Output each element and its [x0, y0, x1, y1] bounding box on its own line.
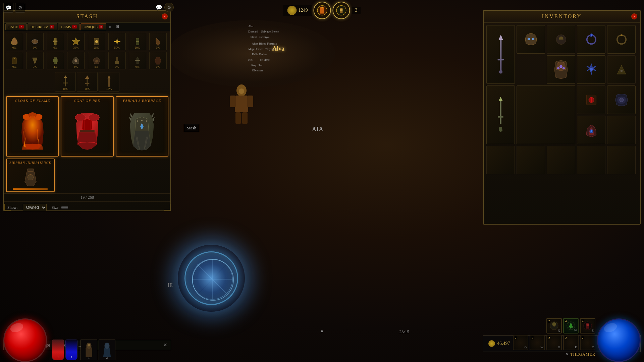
- inv-slot-r2-5[interactable]: [607, 55, 636, 84]
- svg-rect-9: [235, 112, 241, 124]
- cloak-of-flame-name: Cloak of Flame: [15, 99, 50, 103]
- cloak-of-flame-card[interactable]: Cloak of Flame: [6, 96, 59, 157]
- svg-line-3: [197, 264, 227, 294]
- weapon-slot-3[interactable]: 16%: [99, 72, 119, 92]
- inv-slot-amulet[interactable]: [577, 55, 605, 84]
- separator-1: [7, 93, 168, 94]
- size-bar[interactable]: [61, 206, 68, 208]
- char-portrait-2[interactable]: 2: [99, 340, 115, 360]
- inv-slot-r4-4[interactable]: [577, 116, 605, 144]
- coat-of-red-card[interactable]: Coat of Red: [61, 96, 113, 157]
- thegamer-logo: ✕ THEGAMER: [566, 352, 595, 357]
- sierran-inheritance-name: Sierran Inheritance: [9, 161, 51, 165]
- stash-slot-r1-2[interactable]: 0%: [26, 33, 44, 50]
- stash-slot-r1-4[interactable]: 33%: [67, 33, 85, 50]
- tab-nav-settings[interactable]: ⊞: [114, 23, 121, 30]
- svg-point-85: [620, 98, 624, 102]
- svg-rect-81: [498, 116, 503, 117]
- stash-slot-r1-6[interactable]: 50%: [108, 33, 126, 50]
- message-icon[interactable]: 💬: [154, 3, 164, 12]
- highlight-clear-button[interactable]: ✕: [163, 342, 167, 348]
- svg-marker-63: [499, 35, 503, 40]
- inv-slot-r5-4[interactable]: [577, 146, 605, 174]
- stash-slot-r1-7[interactable]: 20%: [129, 33, 146, 50]
- tab-unique[interactable]: UNIQUE×: [80, 23, 106, 30]
- stash-slot-r1-5[interactable]: 25%: [88, 33, 105, 50]
- svg-point-57: [146, 120, 147, 122]
- skill-slot-r2-4[interactable]: R 2: [563, 335, 579, 350]
- inv-slot-r3-5[interactable]: [607, 85, 636, 114]
- inventory-panel: Inventory ×: [483, 10, 641, 225]
- svg-marker-39: [64, 76, 67, 78]
- svg-rect-62: [500, 36, 501, 70]
- stash-slot-r2-7[interactable]: 0%: [129, 52, 146, 69]
- inventory-grid: [484, 22, 640, 177]
- skill-slot-q[interactable]: Q 2: [546, 318, 562, 334]
- stash-close-button[interactable]: ×: [162, 13, 168, 19]
- flask-2[interactable]: 2: [65, 340, 77, 360]
- skill-slot-r2-5[interactable]: T 2: [580, 335, 595, 350]
- tab-nav-arrow[interactable]: »: [107, 23, 113, 30]
- inv-slot-r5-2[interactable]: [517, 146, 545, 174]
- stash-slot-r2-6[interactable]: 0%: [108, 52, 126, 69]
- stash-slot-r2-5[interactable]: 5%: [88, 52, 105, 69]
- weapon-slot-2[interactable]: 16%: [77, 72, 98, 92]
- inventory-close-button[interactable]: ×: [631, 13, 637, 19]
- mana-orb-gloss: [603, 321, 618, 334]
- hud-currency: 1249: [283, 5, 312, 16]
- stash-slot-r2-3[interactable]: 4%: [47, 52, 64, 69]
- skill-slot-r2-3[interactable]: E 2: [546, 335, 562, 350]
- inv-slot-armor[interactable]: [547, 55, 575, 84]
- inv-weapon-offhand[interactable]: [486, 85, 515, 144]
- svg-rect-29: [53, 59, 58, 62]
- skill-slot-r2-1[interactable]: Q 2: [513, 335, 528, 350]
- chat-icon[interactable]: 💬: [3, 3, 13, 13]
- weapon-slot-1[interactable]: 40%: [55, 72, 76, 92]
- size-label: Size:: [52, 205, 60, 210]
- settings-icon-left[interactable]: ⚙: [15, 3, 25, 13]
- inv-slot-r5-1[interactable]: [486, 146, 515, 174]
- tab-ence[interactable]: ENCE×: [5, 23, 27, 30]
- svg-rect-33: [116, 57, 118, 61]
- inv-slot-r5-5[interactable]: [607, 146, 636, 174]
- ornament-br: [164, 204, 170, 210]
- hud-skill-1[interactable]: [314, 2, 331, 19]
- sierran-inheritance-card[interactable]: Sierran Inheritance: [6, 159, 55, 192]
- skill-slot-e[interactable]: E 4: [580, 318, 595, 334]
- tab-gems[interactable]: GEMS×: [58, 23, 80, 30]
- inv-slot-ring1[interactable]: [577, 25, 605, 54]
- stash-slot-r1-3[interactable]: 0%: [47, 33, 64, 50]
- stash-slot-r2-8[interactable]: 0%: [149, 52, 167, 69]
- svg-rect-34: [115, 61, 119, 64]
- skill-slot-w[interactable]: W 4: [563, 318, 579, 334]
- char-portrait-2-label: 2: [99, 356, 115, 359]
- svg-rect-8: [247, 96, 253, 107]
- inv-slot-3[interactable]: [547, 25, 575, 54]
- char-portrait-1[interactable]: 1: [80, 340, 97, 360]
- svg-point-30: [74, 59, 77, 62]
- inv-slot-r3-4[interactable]: [577, 85, 605, 114]
- stash-title: Stash: [76, 13, 98, 19]
- stash-slot-r2-1[interactable]: 0%: [6, 52, 23, 69]
- inv-weapon-main[interactable]: [486, 25, 515, 84]
- inv-slot-helm[interactable]: [517, 25, 545, 54]
- skill-slot-r2-2[interactable]: W 2: [530, 335, 545, 350]
- hud-skill-2[interactable]: [333, 2, 350, 19]
- inv-slot-r5-3[interactable]: [547, 146, 575, 174]
- svg-point-0: [192, 259, 232, 299]
- settings-icon-stash[interactable]: ⚙: [164, 3, 174, 12]
- stash-slot-r2-4[interactable]: 8%: [67, 52, 85, 69]
- stash-slot-r2-2[interactable]: 3%: [26, 52, 44, 69]
- map-label-alva: Alva: [272, 45, 284, 52]
- inv-slot-r4-5[interactable]: [607, 116, 636, 144]
- svg-point-66: [528, 38, 530, 40]
- show-dropdown[interactable]: Owned All: [23, 204, 47, 211]
- cloak-of-flame-image: [8, 104, 56, 154]
- stash-slot-r1-8[interactable]: 0%: [149, 33, 167, 50]
- pariahs-embrace-card[interactable]: Pariah's Embrace: [116, 96, 168, 157]
- inv-body-armor[interactable]: [517, 85, 575, 144]
- tab-delirium[interactable]: DELIRIUM×: [28, 23, 57, 30]
- flask-1[interactable]: 1: [52, 340, 64, 360]
- inv-slot-ring2[interactable]: [607, 25, 636, 54]
- stash-slot-r1-1[interactable]: 0%: [6, 33, 23, 50]
